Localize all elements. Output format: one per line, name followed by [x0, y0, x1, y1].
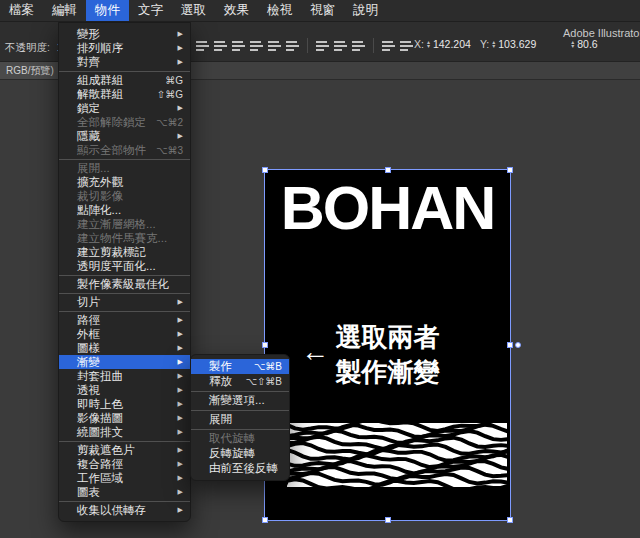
submenu-arrow-icon: ▶	[178, 30, 183, 38]
menubar-item-edit[interactable]: 編輯	[43, 0, 86, 21]
object-menu-item-label: 收集以供轉存	[77, 503, 146, 518]
controlbar-icons	[196, 38, 413, 53]
stepper-icon[interactable]: ▴▾	[492, 40, 495, 48]
horizontal-align-right-icon[interactable]	[232, 40, 245, 52]
object-menu-item-align[interactable]: 對齊▶	[59, 55, 190, 69]
object-menu-item-lock[interactable]: 鎖定▶	[59, 101, 190, 115]
vertical-align-bottom-icon[interactable]	[286, 40, 299, 52]
selected-artwork[interactable]: BOHAN 選取兩者 製作漸變 ←	[265, 170, 510, 520]
anchor-point-handle[interactable]	[515, 342, 521, 348]
menubar-item-view[interactable]: 檢視	[258, 0, 301, 21]
object-menu-item-group[interactable]: 組成群組⌘G	[59, 73, 190, 87]
distribute-right-icon[interactable]	[352, 40, 365, 52]
artwork-headline-text[interactable]: BOHAN	[265, 178, 510, 239]
shortcut-label: ⌘G	[165, 75, 183, 86]
vertical-align-top-icon[interactable]	[250, 40, 263, 52]
menubar-item-help[interactable]: 說明	[344, 0, 387, 21]
menubar-item-type[interactable]: 文字	[129, 0, 172, 21]
object-menu-item-clipping-mask[interactable]: 剪裁遮色片▶	[59, 443, 190, 457]
object-menu-item-label: 對齊	[77, 55, 100, 70]
object-menu-item-envelope-distort[interactable]: 封套扭曲▶	[59, 369, 190, 383]
y-field[interactable]: Y:▴▾103.629	[480, 38, 536, 50]
object-menu-item-label: 解散群組	[77, 87, 123, 102]
submenu-arrow-icon: ▶	[178, 474, 183, 482]
distribute-left-icon[interactable]	[316, 40, 329, 52]
selection-handle[interactable]	[507, 167, 513, 173]
object-menu-item-text-wrap[interactable]: 繞圖排文▶	[59, 425, 190, 439]
object-menu-item-compound-path[interactable]: 複合路徑▶	[59, 457, 190, 471]
selection-handle[interactable]	[385, 167, 391, 173]
object-menu-item-label: 組成群組	[77, 73, 123, 88]
align-options-icon[interactable]	[400, 40, 413, 52]
object-menu-separator	[59, 311, 190, 312]
blend-submenu-item-label: 展開	[209, 412, 232, 427]
illustrator-window: 檔案編輯物件文字選取效果檢視視窗說明 Adobe Illustrator 不透明…	[0, 0, 640, 538]
x-field-value[interactable]: 142.204	[433, 38, 471, 50]
horizontal-align-left-icon[interactable]	[196, 40, 209, 52]
submenu-arrow-icon: ▶	[178, 488, 183, 496]
object-menu-item-collect-for-export[interactable]: 收集以供轉存▶	[59, 503, 190, 517]
shortcut-label: ⌥⇧⌘B	[245, 376, 282, 387]
object-menu-separator	[59, 275, 190, 276]
blend-submenu-item-expand[interactable]: 展開	[191, 412, 289, 427]
object-menu-item-graph[interactable]: 圖表▶	[59, 485, 190, 499]
object-menu-item-outline[interactable]: 外框▶	[59, 327, 190, 341]
object-menu-item-create-object-mosaic: 建立物件馬賽克...	[59, 231, 190, 245]
blend-submenu-item-make[interactable]: 製作⌥⌘B	[191, 359, 289, 374]
blend-submenu: 製作⌥⌘B釋放⌥⇧⌘B漸變選項...展開取代旋轉反轉旋轉由前至後反轉	[190, 354, 290, 481]
object-menu-item-label: 透明度平面化...	[77, 259, 156, 274]
object-menu-item-flatten-transparency[interactable]: 透明度平面化...	[59, 259, 190, 273]
wave-pattern[interactable]	[287, 423, 507, 487]
vertical-align-center-icon[interactable]	[268, 40, 281, 52]
object-menu-item-live-paint[interactable]: 即時上色▶	[59, 397, 190, 411]
object-menu-item-ungroup[interactable]: 解散群組⇧⌘G	[59, 87, 190, 101]
submenu-arrow-icon: ▶	[178, 358, 183, 366]
object-menu-item-artboards[interactable]: 工作區域▶	[59, 471, 190, 485]
object-menu-item-transform[interactable]: 變形▶	[59, 27, 190, 41]
selection-handle[interactable]	[262, 167, 268, 173]
menubar-item-object[interactable]: 物件	[86, 0, 129, 21]
horizontal-align-center-icon[interactable]	[214, 40, 227, 52]
y-field-value[interactable]: 103.629	[498, 38, 536, 50]
w-field[interactable]: ▴▾80.6	[571, 38, 597, 50]
distribute-center-icon[interactable]	[334, 40, 347, 52]
selection-handle[interactable]	[385, 517, 391, 523]
menubar-item-effect[interactable]: 效果	[215, 0, 258, 21]
object-menu-item-create-trim-marks[interactable]: 建立剪裁標記	[59, 245, 190, 259]
object-menu-item-path[interactable]: 路徑▶	[59, 313, 190, 327]
object-menu-item-rasterize[interactable]: 點陣化...	[59, 203, 190, 217]
object-menu-item-perspective[interactable]: 透視▶	[59, 383, 190, 397]
object-menu-item-pattern[interactable]: 圖樣▶	[59, 341, 190, 355]
w-field-value[interactable]: 80.6	[577, 38, 597, 50]
object-menu-item-make-pixel-perfect[interactable]: 製作像素級最佳化	[59, 277, 190, 291]
selection-handle[interactable]	[262, 342, 268, 348]
object-menu-item-label: 封套扭曲	[77, 369, 123, 384]
submenu-arrow-icon: ▶	[178, 344, 183, 352]
distribute-spacing-icon[interactable]	[382, 40, 395, 52]
blend-submenu-item-release[interactable]: 釋放⌥⇧⌘B	[191, 374, 289, 389]
object-menu-item-blend[interactable]: 漸變▶	[59, 355, 190, 369]
menubar-item-select[interactable]: 選取	[172, 0, 215, 21]
blend-submenu-separator	[191, 391, 289, 392]
object-menu-item-label: 全部解除鎖定	[77, 115, 146, 130]
object-menu-item-slice[interactable]: 切片▶	[59, 295, 190, 309]
selection-handle[interactable]	[507, 517, 513, 523]
stepper-icon[interactable]: ▴▾	[571, 40, 574, 48]
selection-handle[interactable]	[507, 342, 513, 348]
blend-submenu-item-label: 由前至後反轉	[209, 461, 278, 476]
submenu-arrow-icon: ▶	[178, 460, 183, 468]
blend-submenu-item-reverse-spine[interactable]: 反轉旋轉	[191, 446, 289, 461]
x-field[interactable]: X:▴▾142.204	[414, 38, 471, 50]
menubar-item-window[interactable]: 視窗	[301, 0, 344, 21]
separator	[307, 38, 308, 53]
blend-submenu-item-blend-options[interactable]: 漸變選項...	[191, 393, 289, 408]
menubar-item-file[interactable]: 檔案	[0, 0, 43, 21]
submenu-arrow-icon: ▶	[178, 446, 183, 454]
selection-handle[interactable]	[262, 517, 268, 523]
object-menu-item-arrange[interactable]: 排列順序▶	[59, 41, 190, 55]
object-menu-item-hide[interactable]: 隱藏▶	[59, 129, 190, 143]
blend-submenu-item-reverse-front-to-back[interactable]: 由前至後反轉	[191, 461, 289, 476]
object-menu-item-expand-appearance[interactable]: 擴充外觀	[59, 175, 190, 189]
object-menu-item-image-trace[interactable]: 影像描圖▶	[59, 411, 190, 425]
stepper-icon[interactable]: ▴▾	[427, 40, 430, 48]
